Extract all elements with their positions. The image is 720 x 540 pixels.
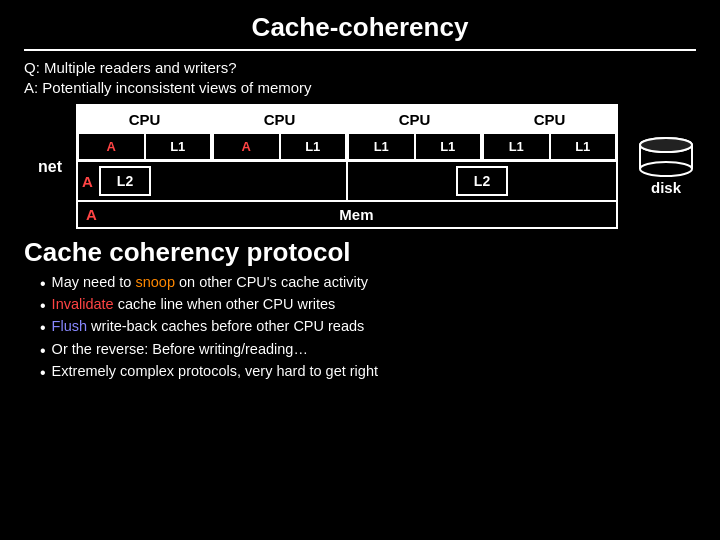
bullet-3: Flush write-back caches before other CPU… <box>40 318 696 337</box>
cpus-l1-row: CPU A L1 CPU A L1 CPU <box>78 106 616 162</box>
protocol-section: Cache coherency protocol May need to sno… <box>24 237 696 382</box>
cpu-label-4: CPU <box>483 106 616 133</box>
invalidate-highlight: Invalidate <box>52 296 114 312</box>
question-line: Q: Multiple readers and writers? <box>24 59 696 76</box>
bullet-4-text: Or the reverse: Before writing/reading… <box>52 341 308 357</box>
l1-cell-3b: L1 <box>415 133 482 160</box>
bullet-5: Extremely complex protocols, very hard t… <box>40 363 696 382</box>
l1-cell-4b: L1 <box>550 133 617 160</box>
l2-a-label: A <box>82 173 93 190</box>
answer-line: A: Potentially inconsistent views of mem… <box>24 79 696 96</box>
disk-container: disk <box>636 137 696 196</box>
flush-highlight: Flush <box>52 318 87 334</box>
l2-right-half: L2 <box>348 162 616 200</box>
cpu-unit-3: CPU L1 L1 <box>348 106 483 160</box>
protocol-title: Cache coherency protocol <box>24 237 696 268</box>
l2-left-half: A L2 <box>78 162 348 200</box>
cpu-unit-4: CPU L1 L1 <box>483 106 616 160</box>
mem-row: A Mem <box>78 202 616 227</box>
l1-a-label-1: A <box>78 133 145 160</box>
l1-pair-3: L1 L1 <box>348 133 481 160</box>
bullet-1-text: May need to snoop on other CPU's cache a… <box>52 274 368 290</box>
cpu-unit-2: CPU A L1 <box>213 106 348 160</box>
disk-label: disk <box>651 179 681 196</box>
bullet-5-text: Extremely complex protocols, very hard t… <box>52 363 378 379</box>
bullet-3-text: Flush write-back caches before other CPU… <box>52 318 365 334</box>
l1-pair-4: L1 L1 <box>483 133 616 160</box>
cpu-label-2: CPU <box>213 106 346 133</box>
l1-cell-4a: L1 <box>483 133 550 160</box>
diagram-area: net CPU A L1 CPU A L1 <box>24 104 696 229</box>
cpu-label-3: CPU <box>348 106 481 133</box>
cpu-label-1: CPU <box>78 106 211 133</box>
svg-point-4 <box>640 138 692 152</box>
l2-row: A L2 L2 <box>78 162 616 202</box>
svg-point-3 <box>640 162 692 176</box>
bullet-4: Or the reverse: Before writing/reading… <box>40 341 696 360</box>
l1-a-label-2: A <box>213 133 280 160</box>
page-title: Cache-coherency <box>24 12 696 51</box>
l1-cell-2: L1 <box>280 133 347 160</box>
mem-a-label: A <box>86 206 97 223</box>
l2-right-box: L2 <box>456 166 508 196</box>
l1-cell-3a: L1 <box>348 133 415 160</box>
bullet-2-text: Invalidate cache line when other CPU wri… <box>52 296 336 312</box>
bullet-1: May need to snoop on other CPU's cache a… <box>40 274 696 293</box>
l2-left-box: L2 <box>99 166 151 196</box>
l1-pair-2: A L1 <box>213 133 346 160</box>
l1-cell-1: L1 <box>145 133 212 160</box>
mem-label: Mem <box>105 206 608 223</box>
snoop-highlight: snoop <box>135 274 175 290</box>
bullet-2: Invalidate cache line when other CPU wri… <box>40 296 696 315</box>
disk-icon <box>637 137 695 177</box>
net-label: net <box>24 158 62 176</box>
cpu-unit-1: CPU A L1 <box>78 106 213 160</box>
l1-pair-1: A L1 <box>78 133 211 160</box>
main-outer-box: CPU A L1 CPU A L1 CPU <box>76 104 618 229</box>
bullet-list: May need to snoop on other CPU's cache a… <box>24 274 696 382</box>
